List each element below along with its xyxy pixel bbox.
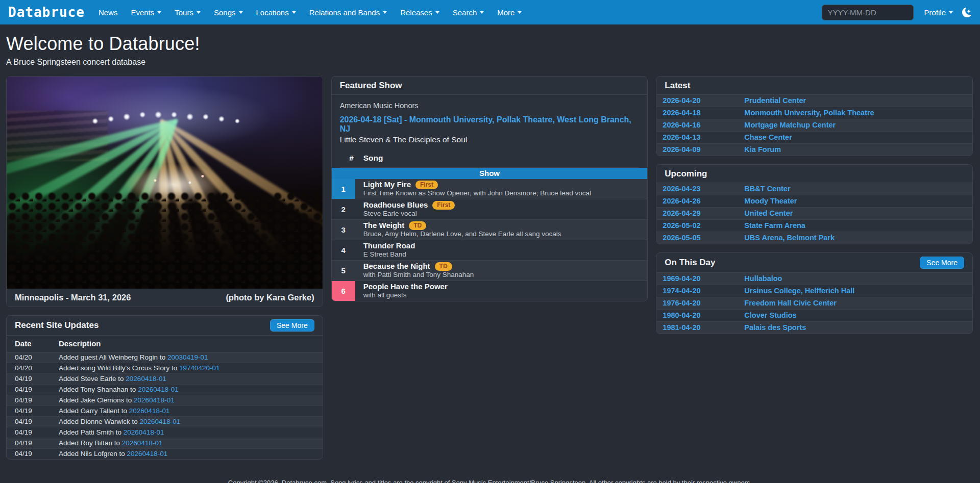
latest-card: Latest 2026-04-20Prudential Center2026-0…: [656, 76, 973, 156]
update-date: 04/19: [15, 396, 59, 404]
show-link[interactable]: 2026-04-18 [Sat] - Monmouth University, …: [340, 115, 640, 134]
nav-item-search[interactable]: Search: [446, 8, 491, 17]
nav-item-releases[interactable]: Releases: [394, 8, 446, 17]
event-row: 2026-04-16Mortgage Matchup Center: [656, 119, 972, 131]
event-venue-link[interactable]: Chase Center: [744, 133, 792, 141]
song-title-link[interactable]: The Weight: [363, 221, 405, 230]
event-venue-link[interactable]: Clover Studios: [744, 311, 796, 319]
footer-copyright: Copyright ©2026, Databruce.com. Song lyr…: [0, 479, 980, 483]
theme-toggle-button[interactable]: [962, 8, 972, 17]
event-venue-link[interactable]: United Center: [744, 209, 793, 217]
setlist-row: 3The WeightTDBruce, Amy Helm, Darlene Lo…: [332, 219, 648, 240]
update-event-link[interactable]: 20260418-01: [122, 439, 163, 447]
col-number: #: [340, 154, 363, 163]
event-venue-link[interactable]: BB&T Center: [744, 185, 790, 193]
event-venue-link[interactable]: Freedom Hall Civic Center: [744, 299, 837, 307]
update-event-link[interactable]: 20260418-01: [126, 375, 166, 383]
event-venue-link[interactable]: Mortgage Matchup Center: [744, 121, 836, 129]
chevron-down-icon: [239, 11, 243, 14]
event-date-link[interactable]: 2026-04-26: [663, 197, 744, 205]
recent-updates-rows: 04/20Added guest Ali Weinberg Rogin to 2…: [7, 352, 323, 459]
nav-item-songs[interactable]: Songs: [207, 8, 250, 17]
update-row: 04/20Added song Wild Billy's Circus Stor…: [7, 363, 323, 373]
event-row: 1976-04-20Freedom Hall Civic Center: [656, 297, 972, 309]
event-venue-link[interactable]: Hullabaloo: [744, 274, 782, 283]
update-text: Added Nils Lofgren to: [59, 450, 127, 457]
event-date-link[interactable]: 2026-04-13: [663, 133, 744, 141]
event-venue-link[interactable]: Moody Theater: [744, 197, 797, 205]
nav-item-tours[interactable]: Tours: [168, 8, 207, 17]
event-venue-link[interactable]: UBS Arena, Belmont Park: [744, 234, 835, 242]
brand-logo[interactable]: Databruce: [8, 5, 85, 20]
song-note: with Patti Smith and Tony Shanahan: [363, 271, 474, 278]
recent-updates-see-more-button[interactable]: See More: [270, 319, 314, 332]
update-text: Added Jake Clemons to: [59, 396, 134, 404]
nav-item-locations[interactable]: Locations: [250, 8, 303, 17]
event-date-link[interactable]: 2026-04-23: [663, 185, 744, 193]
update-date: 04/20: [15, 364, 59, 372]
nav-item-events[interactable]: Events: [124, 8, 168, 17]
on-this-day-see-more-button[interactable]: See More: [920, 257, 964, 269]
event-date-link[interactable]: 2026-05-05: [663, 234, 744, 242]
event-date-link[interactable]: 1981-04-20: [663, 323, 744, 332]
update-event-link[interactable]: 20260418-01: [129, 407, 170, 415]
event-date-link[interactable]: 1976-04-20: [663, 299, 744, 307]
event-date-link[interactable]: 2026-04-09: [663, 145, 744, 154]
event-row: 2026-04-26Moody Theater: [656, 195, 972, 207]
song-title-link[interactable]: Light My Fire: [363, 180, 411, 189]
event-date-link[interactable]: 1969-04-20: [663, 274, 744, 283]
event-date-link[interactable]: 1980-04-20: [663, 311, 744, 319]
update-event-link[interactable]: 20260418-01: [127, 450, 168, 457]
photo-caption-credit: (photo by Kara Gerke): [226, 293, 314, 302]
nav-item-relations-and-bands[interactable]: Relations and Bands: [303, 8, 394, 17]
nav-item-news[interactable]: News: [92, 8, 125, 17]
song-title-link[interactable]: Roadhouse Blues: [363, 200, 428, 209]
event-date-link[interactable]: 2026-04-20: [663, 96, 744, 105]
song-note: Bruce, Amy Helm, Darlene Love, and Steve…: [363, 230, 561, 238]
update-row: 04/19Added Steve Earle to 20260418-01: [7, 373, 323, 384]
event-row: 2026-05-02State Farm Arena: [656, 219, 972, 232]
event-venue-link[interactable]: Ursinus College, Helfferich Hall: [744, 287, 854, 295]
song-title-link[interactable]: People Have the Power: [363, 282, 448, 291]
song-number: 3: [332, 220, 355, 240]
event-venue-link[interactable]: Prudential Center: [744, 96, 806, 105]
update-event-link[interactable]: 20260418-01: [138, 386, 179, 393]
chevron-down-icon: [197, 11, 201, 14]
update-event-link[interactable]: 20260418-01: [124, 428, 164, 436]
event-venue-link[interactable]: State Farm Arena: [744, 221, 805, 230]
update-description: Added Garry Tallent to 20260418-01: [59, 407, 169, 415]
profile-menu[interactable]: Profile: [924, 8, 953, 17]
event-date-link[interactable]: 2026-04-16: [663, 121, 744, 129]
photo-caption-location: Minneapolis - March 31, 2026: [15, 293, 131, 302]
song-title-line: People Have the Power: [363, 282, 448, 291]
update-description: Added Roy Bittan to 20260418-01: [59, 439, 162, 447]
update-event-link[interactable]: 19740420-01: [179, 364, 220, 372]
song-title-link[interactable]: Thunder Road: [363, 241, 415, 250]
song-details: The WeightTDBruce, Amy Helm, Darlene Lov…: [355, 220, 567, 240]
event-date-link[interactable]: 2026-05-02: [663, 221, 744, 230]
event-venue-link[interactable]: Monmouth University, Pollak Theatre: [744, 109, 874, 117]
song-title-link[interactable]: Because the Night: [363, 262, 430, 270]
song-badge: First: [415, 181, 438, 189]
date-search-input[interactable]: [822, 5, 914, 20]
event-date-link[interactable]: 2026-04-18: [663, 109, 744, 117]
event-date-link[interactable]: 1974-04-20: [663, 287, 744, 295]
update-event-link[interactable]: 20260418-01: [134, 396, 175, 404]
event-venue-link[interactable]: Palais des Sports: [744, 323, 806, 332]
update-event-link[interactable]: 20030419-01: [167, 353, 208, 361]
col-date: Date: [15, 339, 59, 348]
song-number: 4: [332, 240, 355, 260]
event-venue-link[interactable]: Kia Forum: [744, 145, 781, 154]
recent-updates-card: Recent Site Updates See More Date Descri…: [6, 315, 323, 460]
update-text: Added Garry Tallent to: [59, 407, 129, 415]
event-row: 2026-04-18Monmouth University, Pollak Th…: [656, 107, 972, 119]
event-date-link[interactable]: 2026-04-29: [663, 209, 744, 217]
recent-updates-title: Recent Site Updates: [15, 320, 99, 331]
chevron-down-icon: [157, 11, 161, 14]
nav-item-more[interactable]: More: [491, 8, 528, 17]
upcoming-title: Upcoming: [665, 169, 707, 179]
update-event-link[interactable]: 20260418-01: [140, 418, 181, 425]
page-subtitle: A Bruce Springsteen concert database: [6, 58, 973, 67]
col-description: Description: [59, 339, 101, 348]
song-number: 1: [332, 179, 355, 199]
